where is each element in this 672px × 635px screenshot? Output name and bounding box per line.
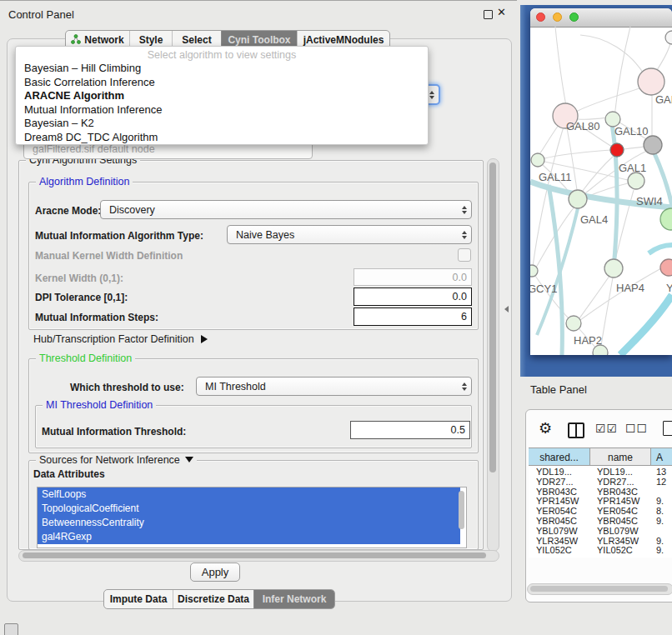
table-hscrollbar-thumb[interactable] bbox=[530, 586, 668, 592]
tab-discretize-data[interactable]: Discretize Data bbox=[173, 590, 253, 608]
aracne-mode-combobox[interactable]: Discovery bbox=[100, 200, 472, 219]
node-partial[interactable] bbox=[665, 31, 672, 44]
node-green[interactable] bbox=[660, 208, 672, 230]
dropdown-item[interactable]: Bayesian – Hill Climbing bbox=[16, 62, 428, 76]
dropdown-item-aracne[interactable]: ARACNE Algorithm bbox=[16, 89, 428, 103]
node-pink[interactable] bbox=[660, 259, 672, 276]
cell-value: 13 bbox=[656, 468, 672, 478]
settings-hscrollbar[interactable] bbox=[18, 550, 499, 562]
table-row[interactable]: YDR27... YDR27... 12 bbox=[529, 478, 672, 488]
sources-title[interactable]: Sources for Network Inference bbox=[36, 454, 197, 466]
cell-shared-name: YPR145W bbox=[536, 497, 588, 507]
attribute-item-selected[interactable]: TopologicalCoefficient bbox=[38, 502, 460, 516]
tab-impute-label: Impute Data bbox=[110, 593, 168, 605]
column-header-clipped[interactable]: A bbox=[651, 448, 672, 466]
cell-shared-name: YLR345W bbox=[536, 537, 588, 547]
data-attributes-list[interactable]: SelfLoops TopologicalCoefficient Between… bbox=[37, 487, 467, 548]
tab-infer-network[interactable]: Infer Network bbox=[253, 590, 334, 608]
close-icon[interactable]: ✕ bbox=[497, 8, 506, 18]
hub-definition-toggle[interactable]: Hub/Transcription Factor Definition bbox=[33, 333, 208, 345]
tab-cyni-toolbox-label: Cyni Toolbox bbox=[228, 34, 290, 46]
node-hap2[interactable] bbox=[566, 316, 581, 331]
node-label: Y bbox=[666, 282, 672, 294]
cell-shared-name: YIL052C bbox=[536, 546, 588, 556]
table-row[interactable]: YER054C YER054C 8. bbox=[529, 507, 672, 517]
clipped-corner-button[interactable] bbox=[4, 623, 18, 635]
table-header: shared... name A bbox=[529, 448, 672, 466]
kernel-width-label: Kernel Width (0,1): bbox=[35, 272, 123, 284]
gear-icon[interactable]: ⚙ bbox=[539, 421, 552, 436]
cell-name: YER054C bbox=[597, 507, 649, 517]
table-row[interactable]: YIL052C YIL052C 9. bbox=[529, 546, 672, 556]
show-columns-icon[interactable] bbox=[568, 422, 584, 438]
dropdown-item[interactable]: Bayesian – K2 bbox=[16, 117, 428, 131]
column-header-shared-name[interactable]: shared... bbox=[529, 448, 590, 466]
deselect-all-icon[interactable]: ☐☐ bbox=[625, 422, 648, 435]
cell-shared-name: YBL079W bbox=[536, 527, 588, 537]
cell-name: YBL079W bbox=[597, 527, 649, 537]
which-threshold-combobox[interactable]: MI Threshold bbox=[196, 377, 472, 396]
cell-name: YIL052C bbox=[597, 546, 649, 556]
mi-type-combobox[interactable]: Naive Bayes bbox=[227, 225, 472, 244]
node-gray[interactable] bbox=[644, 136, 662, 154]
node-gal1[interactable] bbox=[628, 172, 644, 189]
settings-hscrollbar-thumb[interactable] bbox=[23, 552, 486, 558]
screen: Control Panel ✕ Network Style Select C bbox=[0, 0, 672, 635]
node-gcy1[interactable] bbox=[530, 265, 538, 277]
dropdown-item[interactable]: Mutual Information Inference bbox=[16, 103, 428, 118]
table-row[interactable]: YBR045C YBR045C 9. bbox=[529, 517, 672, 527]
column-header-name[interactable]: name bbox=[590, 448, 651, 466]
dropdown-item[interactable]: Basic Correlation Inference bbox=[16, 76, 428, 90]
data-attributes-label: Data Attributes bbox=[33, 468, 105, 480]
table-row[interactable]: YLR345W YLR345W 9. bbox=[529, 537, 672, 547]
node-gal4[interactable] bbox=[569, 190, 587, 208]
apply-button[interactable]: Apply bbox=[190, 562, 240, 582]
attribute-item-selected[interactable]: BetweennessCentrality bbox=[38, 516, 460, 530]
select-all-icon[interactable]: ☑☑ bbox=[595, 422, 618, 435]
minimize-traffic-light[interactable] bbox=[553, 12, 562, 22]
node-label: HAP4 bbox=[616, 282, 644, 294]
dpi-tolerance-field[interactable]: 0.0 bbox=[354, 288, 472, 306]
node-label: GAL4 bbox=[580, 213, 608, 226]
network-canvas[interactable]: GAL GAL80 GAL10 GAL11 GAL1 SWI4 GAL4 GCY… bbox=[530, 27, 672, 355]
stepper-arrows-icon bbox=[462, 206, 467, 214]
table-hscrollbar[interactable] bbox=[527, 583, 672, 595]
stepper-arrows-icon bbox=[429, 91, 434, 99]
table-row[interactable]: YDL19... YDL19... 13 bbox=[529, 468, 672, 478]
table-row[interactable]: YPR145W YPR145W 9. bbox=[529, 497, 672, 507]
algorithm-dropdown-list: Select algorithm to view settings Bayesi… bbox=[15, 46, 429, 145]
network-window-titlebar[interactable] bbox=[530, 8, 672, 28]
node-hap4[interactable] bbox=[604, 259, 623, 278]
cell-name: YBR043C bbox=[597, 488, 649, 498]
node-gal11[interactable] bbox=[531, 153, 544, 167]
attribute-list-scrollbar-thumb[interactable] bbox=[459, 491, 464, 529]
mi-threshold-definition-title: MI Threshold Definition bbox=[43, 399, 156, 411]
splitter-collapse-icon[interactable] bbox=[504, 306, 509, 312]
float-window-icon[interactable] bbox=[484, 10, 493, 19]
tab-impute-data[interactable]: Impute Data bbox=[104, 590, 173, 608]
settings-scrollbar[interactable] bbox=[487, 158, 499, 552]
settings-scrollbar-thumb[interactable] bbox=[489, 162, 496, 472]
cell-shared-name: YDL19... bbox=[536, 468, 588, 478]
attribute-item-selected[interactable]: gal4RGexp bbox=[38, 530, 460, 544]
table-row[interactable]: YBL079W YBL079W bbox=[529, 527, 672, 537]
stepper-arrows-icon bbox=[462, 231, 467, 239]
tab-select-label: Select bbox=[182, 34, 211, 46]
close-traffic-light[interactable] bbox=[536, 12, 545, 22]
mi-type-value: Naive Bayes bbox=[236, 229, 294, 241]
attribute-item-selected[interactable]: SelfLoops bbox=[38, 488, 460, 502]
network-view-window[interactable]: GAL GAL80 GAL10 GAL11 GAL1 SWI4 GAL4 GCY… bbox=[530, 8, 672, 355]
mi-threshold-field[interactable]: 0.5 bbox=[350, 421, 470, 439]
cell-value: 8. bbox=[656, 507, 672, 517]
manual-kernel-checkbox[interactable] bbox=[458, 248, 471, 262]
node-gal[interactable] bbox=[638, 68, 664, 95]
table-row[interactable]: YBR043C YBR043C bbox=[529, 488, 672, 498]
mi-steps-field[interactable]: 6 bbox=[354, 308, 472, 326]
dropdown-item[interactable]: Dream8 DC_TDC Algorithm bbox=[16, 131, 428, 145]
node-red-selected[interactable] bbox=[610, 143, 624, 157]
node-label: SWI4 bbox=[636, 195, 663, 208]
panel-top-border bbox=[0, 0, 517, 1]
kernel-width-field[interactable]: 0.0 bbox=[354, 268, 472, 286]
zoom-traffic-light[interactable] bbox=[569, 12, 579, 22]
export-table-icon[interactable] bbox=[663, 421, 672, 436]
